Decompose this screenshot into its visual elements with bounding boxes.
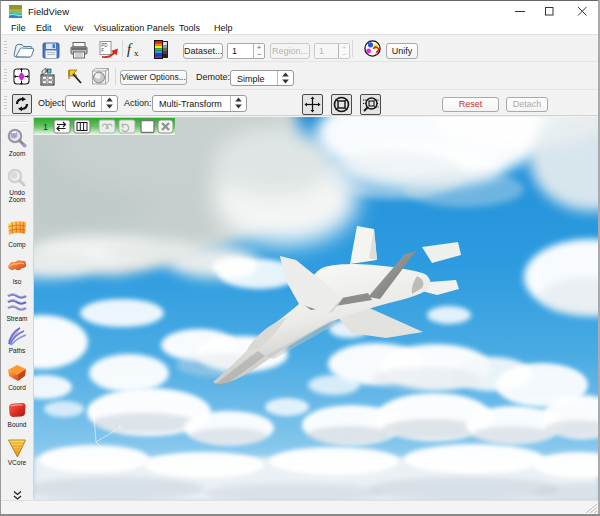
svg-text:Z: Z [113,460,117,466]
svg-text:f: f [127,42,133,57]
svg-text:F: F [101,48,104,53]
svg-text:1: 1 [43,122,48,132]
svg-text:X: X [118,424,122,430]
svg-text:x: x [134,48,139,58]
svg-text:Y: Y [91,407,95,413]
